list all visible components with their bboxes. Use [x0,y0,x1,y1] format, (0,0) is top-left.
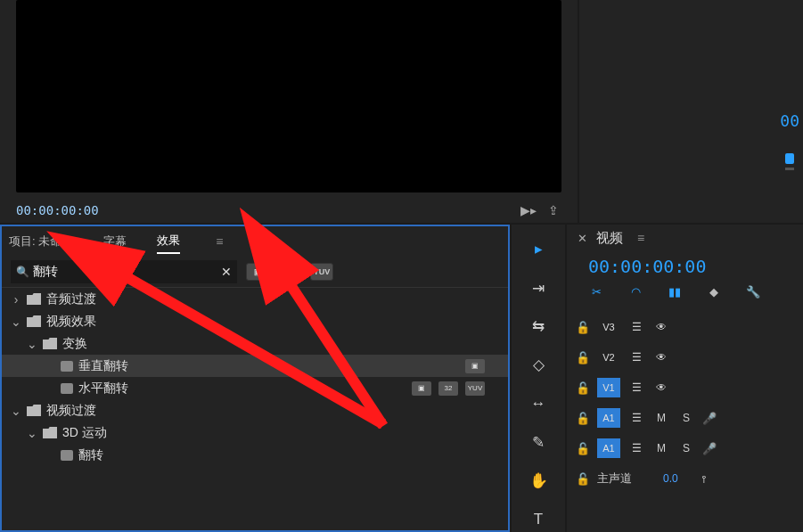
caret-icon: ⌄ [11,404,21,418]
linked-selection-icon[interactable]: ▮▮ [667,283,683,299]
lock-icon[interactable]: 🔓 [576,321,590,334]
tree-label: 视频过渡 [46,403,96,419]
solo-button[interactable]: S [677,410,695,426]
mute-button[interactable]: M [652,410,670,426]
caret-icon: ⌄ [27,426,37,440]
accelerated-icon: ▣ [412,381,431,396]
effects-tree: › 音频过渡 ⌄ 视频效果 ⌄ 变换 垂直翻转 ▣ 水平翻转 [2,287,508,530]
lock-icon[interactable]: 🔓 [576,412,590,425]
tree-video-effects[interactable]: ⌄ 视频效果 [2,310,508,332]
play-icon[interactable]: ▶▸ [520,203,537,217]
marker-icon[interactable]: ◆ [706,283,722,299]
snap-icon[interactable]: ◠ [627,283,643,299]
folder-icon [43,338,57,349]
effect-horizontal-flip[interactable]: 水平翻转 ▣ 32 YUV [2,377,508,399]
meter-icon[interactable]: ⫯ [701,472,716,486]
clear-search-icon[interactable]: ✕ [221,265,232,279]
timeline-timecode[interactable]: 00:00:00:00 [567,251,803,282]
track-label: 主声道 [597,471,651,487]
sync-lock-icon[interactable]: ☰ [627,410,645,426]
slip-tool[interactable]: ↔ [526,392,551,416]
lock-icon[interactable]: 🔓 [576,351,590,364]
timeline-title: 视频 [596,230,623,247]
nest-toggle-icon[interactable]: ✂ [588,283,604,299]
tab-subtitle[interactable]: 字幕 [103,230,127,253]
folder-icon [27,405,41,416]
hand-tool[interactable]: ✋ [526,469,551,493]
track-master[interactable]: 🔓 主声道 0.0 ⫯ [572,465,803,492]
export-frame-icon[interactable]: ⇪ [545,203,561,217]
track-v3[interactable]: 🔓 V3 ☰ 👁 [572,314,803,340]
tree-label: 音频过渡 [46,291,96,307]
tree-audio-transitions[interactable]: › 音频过渡 [2,288,508,310]
track-a1[interactable]: 🔓 A1 ☰ M S 🎤 [572,435,803,462]
type-tool[interactable]: T [526,508,551,532]
rate-stretch-tool[interactable]: ◇ [526,353,551,377]
pen-tool[interactable]: ✎ [526,430,551,454]
effect-flip-transition[interactable]: 翻转 [2,444,508,466]
accelerated-filter-badge[interactable]: ▣ [246,263,269,281]
32bit-filter-badge[interactable]: 32 [278,263,301,281]
monitor-frame [16,0,561,192]
lock-icon[interactable]: 🔓 [576,381,590,395]
program-monitor: 00 [578,0,803,223]
panel-menu-icon[interactable]: ≡ [637,231,644,245]
track-a1-source[interactable]: 🔓 A1 ☰ M S 🎤 [572,405,803,431]
track-label[interactable]: V1 [597,378,620,397]
track-label[interactable]: V2 [597,348,620,367]
selection-tool[interactable]: ▸ [526,237,551,261]
lock-icon[interactable]: 🔓 [576,472,590,486]
yuv-icon: YUV [465,381,485,396]
close-icon[interactable]: ✕ [578,232,587,245]
tree-label: 变换 [62,336,87,352]
tree-label: 翻转 [78,447,103,463]
track-label[interactable]: V3 [597,317,620,337]
timeline-panel: ✕ 视频 ≡ 00:00:00:00 ✂ ◠ ▮▮ ◆ 🔧 🔓 V3 ☰ 👁 🔓… [565,225,803,532]
32bit-icon: 32 [438,381,458,396]
accelerated-icon: ▣ [465,359,485,373]
master-volume[interactable]: 0.0 [663,472,678,485]
yuv-filter-badge[interactable]: YUV [310,263,333,281]
mic-icon[interactable]: 🎤 [702,442,717,455]
folder-icon [27,293,41,305]
caret-icon: › [11,292,21,307]
playhead-handle[interactable] [785,153,794,164]
track-label[interactable]: A1 [597,408,620,428]
solo-button[interactable]: S [677,440,695,456]
track-v2[interactable]: 🔓 V2 ☰ 👁 [572,344,803,371]
eye-icon[interactable]: 👁 [652,319,670,335]
mic-icon[interactable]: 🎤 [702,412,717,425]
track-label[interactable]: A1 [597,438,620,458]
tree-label: 水平翻转 [78,381,128,397]
panel-menu-icon[interactable]: ≡ [216,234,223,249]
source-monitor: 00:00:00:00 ▶▸ ⇪ [0,0,578,223]
effect-vertical-flip[interactable]: 垂直翻转 ▣ [2,355,508,377]
settings-icon[interactable]: 🔧 [745,283,761,299]
ripple-tool[interactable]: ⇥ [526,275,551,299]
folder-icon [43,427,57,438]
mute-button[interactable]: M [652,440,670,456]
tree-label: 3D 运动 [62,425,107,441]
rolling-tool[interactable]: ⇆ [526,315,551,339]
partial-timecode: 00 [780,111,799,130]
effects-search-box[interactable]: 🔍 ✕ [11,260,237,283]
tree-label: 视频效果 [46,314,96,330]
sync-lock-icon[interactable]: ☰ [627,319,645,335]
tab-project[interactable]: 项目: 未命名 [9,230,73,253]
search-input[interactable] [33,265,221,279]
playhead-tick [785,168,794,170]
tab-effects[interactable]: 效果 [157,229,180,254]
tree-video-transitions[interactable]: ⌄ 视频过渡 [2,399,508,422]
eye-icon[interactable]: 👁 [652,380,670,396]
track-v1[interactable]: 🔓 V1 ☰ 👁 [572,374,803,401]
tree-transform[interactable]: ⌄ 变换 [2,332,508,355]
sync-lock-icon[interactable]: ☰ [627,440,645,456]
tree-3d-motion[interactable]: ⌄ 3D 运动 [2,422,508,444]
effect-icon [61,450,73,461]
sync-lock-icon[interactable]: ☰ [627,349,645,365]
sync-lock-icon[interactable]: ☰ [627,380,645,396]
lock-icon[interactable]: 🔓 [576,442,590,455]
caret-icon: ⌄ [11,315,21,329]
eye-icon[interactable]: 👁 [652,349,670,365]
effect-icon [61,361,73,372]
